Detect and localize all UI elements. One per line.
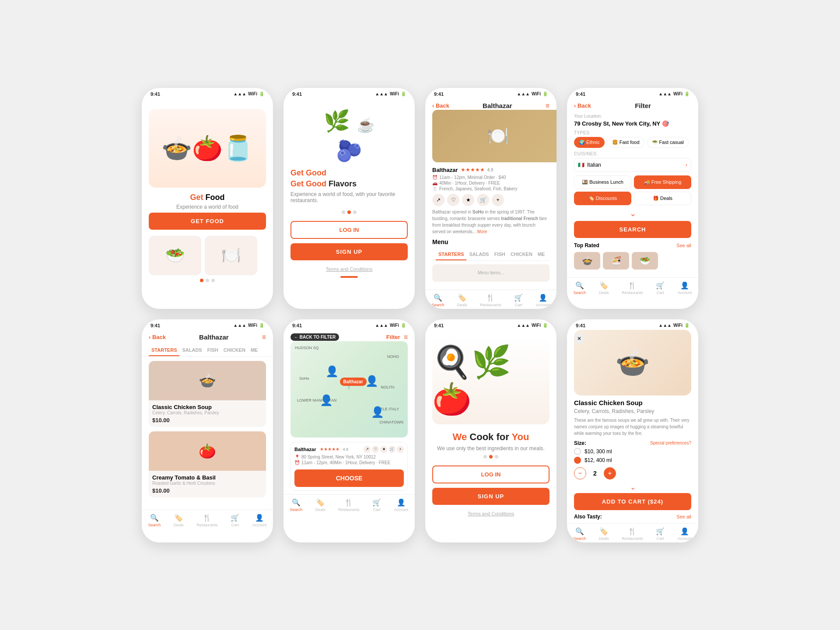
terms-text[interactable]: Terms and Conditions — [326, 266, 372, 272]
radio-2[interactable] — [574, 457, 581, 464]
feature-free-shipping[interactable]: 🚚 Free Shipping — [634, 175, 691, 189]
tab-me-5[interactable]: ME — [248, 345, 261, 356]
special-pref-link[interactable]: Special preferences? — [650, 441, 691, 445]
get-food-button[interactable]: GET FOOD — [149, 213, 266, 230]
tab-fish-5[interactable]: FISH — [205, 345, 221, 356]
login-button-7[interactable]: LOG IN — [432, 466, 550, 483]
back-btn-4[interactable]: ‹ Back — [574, 102, 591, 109]
qty-decrease[interactable]: − — [574, 467, 586, 480]
get-food-subtitle: Experience a world of food — [149, 204, 266, 210]
nav-acct-4[interactable]: 👤Account — [678, 281, 692, 295]
type-fastfood[interactable]: 🍔 Fast food — [607, 137, 644, 148]
nav-deals-6[interactable]: 🏷️Deals — [315, 498, 326, 512]
nav-rest-5[interactable]: 🍴Restaurants — [196, 514, 218, 527]
nav-rest-8[interactable]: 🍴Restaurants — [622, 527, 643, 541]
type-fastcasual[interactable]: 🥗 Fast casual — [647, 137, 689, 148]
nav-search-3[interactable]: 🔍Search — [432, 294, 444, 307]
cuisine-selector[interactable]: 🇮🇹 Italian › — [574, 158, 691, 172]
product-desc: These are the famous soups we all grew u… — [574, 417, 691, 437]
add-to-cart-button[interactable]: ADD TO CART ($24) — [574, 493, 691, 510]
nav-search-5[interactable]: 🔍Search — [148, 514, 161, 527]
nav-search-4[interactable]: 🔍Search — [574, 281, 586, 295]
dot-2 — [206, 279, 209, 282]
choose-button[interactable]: CHOOSE — [294, 469, 404, 487]
feature-business-lunch[interactable]: 🍱 Business Lunch — [574, 175, 631, 189]
size-option-2[interactable]: $12, 400 ml — [574, 457, 691, 464]
size-header: Size: Special preferences? — [574, 440, 691, 446]
tab-chicken-5[interactable]: CHICKEN — [221, 345, 248, 356]
action-dot-4[interactable]: 🛒 — [388, 446, 396, 453]
close-product-btn[interactable]: ✕ — [574, 333, 584, 344]
nav-acct-6[interactable]: 👤Account — [394, 498, 409, 512]
tab-salads-5[interactable]: SALADS — [179, 345, 204, 356]
search-button-4[interactable]: SEARCH — [574, 221, 691, 238]
list-item[interactable]: 🍅 Creamy Tomato & Basil Roasted Garlic &… — [149, 431, 266, 497]
nav-acct-5[interactable]: 👤Account — [252, 514, 267, 527]
heart-icon[interactable]: ♡ — [447, 194, 459, 206]
filter-icon-3[interactable]: ≡ — [546, 102, 550, 110]
type-ethnic[interactable]: 🌍 Ethnic — [574, 137, 605, 148]
nav-account-3[interactable]: 👤Account — [536, 294, 550, 307]
nav-cart-4[interactable]: 🛒Cart — [656, 281, 665, 295]
back-btn-3[interactable]: ‹ Back — [432, 102, 449, 109]
radio-1[interactable] — [574, 448, 581, 455]
terms-link-7[interactable]: Terms and Conditions — [468, 511, 514, 516]
berry-bowl: 🫐 — [290, 139, 408, 163]
feature-discounts[interactable]: 🏷️ Discounts — [574, 192, 631, 205]
see-all-link-8[interactable]: See all — [676, 514, 691, 519]
nav-deals-5[interactable]: 🏷️Deals — [174, 514, 184, 527]
signup-button[interactable]: SIGN UP — [290, 243, 408, 260]
add-icon[interactable]: + — [492, 194, 504, 206]
nav-acct-8[interactable]: 👤Account — [678, 527, 692, 541]
size-option-1[interactable]: $10, 300 ml — [574, 448, 691, 455]
filter-icon-6[interactable]: ≡ — [404, 333, 408, 341]
filter-icon-5[interactable]: ≡ — [262, 333, 266, 341]
nav-cart-5[interactable]: 🛒Cart — [231, 514, 239, 527]
tab-chicken[interactable]: CHICKEN — [508, 249, 535, 260]
login-button[interactable]: LOG IN — [290, 221, 408, 239]
qty-increase[interactable]: + — [604, 467, 616, 480]
more-link[interactable]: More — [477, 229, 487, 234]
status-icons-6: ▲▲▲WiFi🔋 — [375, 323, 406, 328]
map-label-chinatown: CHINATOWN — [379, 420, 403, 424]
tab-salads[interactable]: SALADS — [466, 249, 491, 260]
action-dot-1[interactable]: ↗ — [364, 446, 371, 453]
nav-cart-8[interactable]: 🛒Cart — [656, 527, 665, 541]
cook-hero: 🍳🌿🍅 — [432, 337, 550, 424]
star-icon[interactable]: ★ — [462, 194, 474, 206]
rated-img-3: 🥗 — [632, 252, 658, 270]
food-price-1: $10.00 — [152, 417, 262, 424]
nav-cart-3[interactable]: 🛒Cart — [514, 294, 523, 307]
dot-3 — [211, 279, 215, 282]
signup-button-7[interactable]: SIGN UP — [432, 488, 550, 505]
list-item[interactable]: 🍲 Classic Chicken Soup Celery, Carrots, … — [149, 361, 266, 427]
back-btn-5[interactable]: ‹ Back — [149, 334, 166, 340]
tab-me[interactable]: ME — [535, 249, 548, 260]
menu-tabs-5[interactable]: STARTERS SALADS FISH CHICKEN ME — [142, 345, 273, 357]
tab-starters[interactable]: STARTERS — [436, 249, 466, 260]
nav-deals-3[interactable]: 🏷️Deals — [457, 294, 467, 307]
status-icons-5: ▲▲▲WiFi🔋 — [233, 323, 264, 328]
nav-restaurants-3[interactable]: 🍴Restaurants — [480, 294, 501, 307]
tab-starters-5[interactable]: STARTERS — [149, 345, 179, 356]
nav-rest-4[interactable]: 🍴Restaurants — [622, 281, 643, 295]
back-to-filter-btn[interactable]: ← BACK TO FILTER — [290, 333, 339, 341]
nav-deals-8[interactable]: 🏷️Deals — [599, 527, 609, 541]
map-view[interactable]: HUDSON SQ NOHO SoHo NOLITA LOWER MANHATT… — [290, 341, 408, 438]
action-dot-3[interactable]: ★ — [380, 446, 387, 453]
share-icon[interactable]: ↗ — [432, 194, 444, 206]
nav-search-6[interactable]: 🔍Search — [290, 498, 303, 512]
nav-deals-4[interactable]: 🏷️Deals — [599, 281, 609, 295]
menu-tabs-3[interactable]: STARTERS SALADS FISH CHICKEN ME — [432, 249, 550, 261]
nav-rest-6[interactable]: 🍴Restaurants — [338, 498, 360, 512]
action-dot-2[interactable]: ♡ — [372, 446, 379, 453]
nav-search-8[interactable]: 🔍Search — [574, 527, 586, 541]
flavors-heading: Get Good Get Good Flavors Experience a w… — [290, 168, 408, 203]
tab-fish[interactable]: FISH — [492, 249, 508, 260]
nav-cart-6[interactable]: 🛒Cart — [372, 498, 381, 512]
action-dot-5[interactable]: + — [397, 446, 404, 453]
see-all-link-4[interactable]: See all — [676, 243, 691, 248]
expand-icon[interactable]: ⌄ — [574, 209, 691, 218]
cart-icon[interactable]: 🛒 — [477, 194, 489, 206]
feature-deals[interactable]: 🎁 Deals — [634, 192, 691, 205]
